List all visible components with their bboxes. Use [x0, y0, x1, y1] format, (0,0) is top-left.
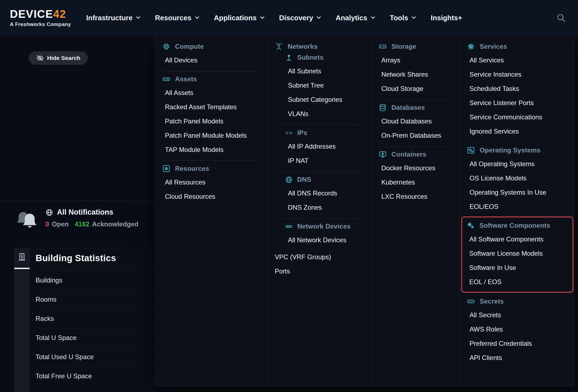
menu-item-service-communications[interactable]: Service Communications	[467, 110, 569, 124]
stat-row-total-used-u-space[interactable]: Total Used U Space	[36, 347, 156, 366]
hide-search-button[interactable]: Hide Search	[29, 51, 88, 65]
menu-section-dns: DNSAll DNS RecordsDNS Zones	[285, 175, 366, 215]
nav-tools[interactable]: Tools	[390, 14, 415, 22]
menu-item-network-shares[interactable]: Network Shares	[379, 67, 454, 82]
menu-item-operating-systems-in-use[interactable]: Operating Systems In Use	[467, 185, 569, 200]
menu-item-subnet-tree[interactable]: Subnet Tree	[285, 78, 366, 93]
menu-item-scheduled-tasks[interactable]: Scheduled Tasks	[467, 82, 569, 96]
menu-item-api-clients[interactable]: API Clients	[467, 351, 569, 365]
menu-item-ports[interactable]: Ports	[275, 264, 366, 278]
operating-systems-icon	[467, 146, 475, 154]
menu-header-operating-systems: Operating Systems	[467, 146, 569, 155]
building-icon[interactable]	[18, 252, 26, 261]
menu-item-ip-nat[interactable]: IP NAT	[285, 154, 366, 168]
section-title: Assets	[175, 75, 197, 83]
menu-item-kubernetes[interactable]: Kubernetes	[379, 175, 454, 189]
menu-item-eol-eos[interactable]: EOL/EOS	[467, 200, 569, 214]
panel-divider	[0, 201, 155, 201]
networks-icon	[275, 42, 283, 51]
menu-item-vlans[interactable]: VLANs	[285, 107, 366, 121]
chevron-down-icon	[195, 15, 199, 19]
menu-item-vpc-vrf-groups[interactable]: VPC (VRF Groups)	[275, 250, 366, 264]
menu-item-dns-zones[interactable]: DNS Zones	[285, 200, 366, 215]
menu-item-all-subnets[interactable]: All Subnets	[285, 64, 366, 78]
menu-item-software-license-models[interactable]: Software License Models	[467, 246, 569, 261]
building-statistics-rows: BuildingsRoomsRacksTotal U SpaceTotal Us…	[36, 270, 156, 385]
menu-item-all-secrets[interactable]: All Secrets	[467, 308, 569, 322]
nav-applications[interactable]: Applications	[214, 14, 264, 22]
notification-counts: 0Open4162Acknowledged	[45, 220, 138, 228]
menu-item-all-software-components[interactable]: All Software Components	[467, 232, 569, 246]
stat-row-rooms[interactable]: Rooms	[36, 290, 156, 309]
menu-section-subnets: SubnetsAll SubnetsSubnet TreeSubnet Cate…	[285, 53, 366, 121]
menu-section-storage: StorageArraysNetwork SharesCloud Storage	[379, 42, 454, 96]
menu-header-storage: Storage	[379, 42, 454, 51]
menu-item-arrays[interactable]: Arrays	[379, 53, 454, 67]
stat-row-buildings[interactable]: Buildings	[36, 270, 156, 290]
network-devices-icon	[285, 223, 293, 230]
nav-label: Analytics	[336, 14, 367, 22]
menu-item-docker-resources[interactable]: Docker Resources	[379, 161, 454, 175]
menu-item-all-resources[interactable]: All Resources	[162, 175, 262, 189]
nav-discovery[interactable]: Discovery	[279, 14, 320, 22]
nav-infrastructure[interactable]: Infrastructure	[86, 14, 140, 22]
menu-header-compute: Compute	[162, 42, 262, 51]
storage-icon	[379, 42, 387, 51]
menu-section-resources: ResourcesAll ResourcesCloud Resources	[162, 164, 262, 204]
menu-header-assets: Assets	[162, 75, 262, 83]
chevron-down-icon	[371, 15, 375, 19]
menu-item-software-in-use[interactable]: Software In Use	[467, 261, 569, 275]
nav-label: Discovery	[279, 14, 313, 22]
menu-item-all-operating-systems[interactable]: All Operating Systems	[467, 157, 569, 171]
menu-item-patch-panel-module-models[interactable]: Patch Panel Module Models	[162, 128, 262, 143]
menu-item-all-ip-addresses[interactable]: All IP Addresses	[285, 139, 366, 154]
menu-section-networks: Networks	[275, 42, 366, 51]
menu-item-preferred-credentials[interactable]: Preferred Credentials	[467, 336, 569, 351]
menu-item-on-prem-databases[interactable]: On-Prem Databases	[379, 128, 454, 143]
nav-insights[interactable]: Insights+	[431, 14, 462, 22]
menu-item-os-license-models[interactable]: OS License Models	[467, 171, 569, 185]
menu-item-all-services[interactable]: All Services	[467, 53, 569, 67]
active-tab-indicator	[14, 268, 30, 269]
section-title: Subnets	[297, 54, 324, 61]
menu-header-subnets: Subnets	[285, 53, 366, 62]
menu-item-all-dns-records[interactable]: All DNS Records	[285, 186, 366, 200]
menu-item-cloud-databases[interactable]: Cloud Databases	[379, 114, 454, 128]
search-icon[interactable]	[556, 13, 566, 23]
top-navigation: DEVICE42 A Freshworks Company Infrastruc…	[0, 0, 578, 36]
bell-icon	[15, 210, 38, 230]
menu-item-cloud-storage[interactable]: Cloud Storage	[379, 82, 454, 96]
menu-item-all-network-devices[interactable]: All Network Devices	[285, 233, 366, 247]
menu-item-racked-asset-templates[interactable]: Racked Asset Templates	[162, 100, 262, 114]
menu-item-tap-module-models[interactable]: TAP Module Models	[162, 143, 262, 157]
section-title: Operating Systems	[480, 146, 540, 154]
menu-item-subnet-categories[interactable]: Subnet Categories	[285, 93, 366, 107]
stat-row-total-free-u-space[interactable]: Total Free U Space	[36, 366, 156, 385]
menu-item-service-listener-ports[interactable]: Service Listener Ports	[467, 96, 569, 110]
nav-analytics[interactable]: Analytics	[336, 14, 374, 22]
notifications-summary[interactable]: All Notifications 0Open4162Acknowledged	[15, 208, 138, 230]
menu-section-network-devices: Network DevicesAll Network Devices	[285, 222, 366, 247]
section-divider	[162, 71, 257, 71]
stat-row-racks[interactable]: Racks	[36, 309, 156, 328]
device42-logo[interactable]: DEVICE42 A Freshworks Company	[10, 8, 71, 27]
menu-item-service-instances[interactable]: Service Instances	[467, 67, 569, 82]
section-title: Databases	[391, 104, 425, 111]
menu-item-ignored-services[interactable]: Ignored Services	[467, 124, 569, 139]
notifications-title: All Notifications	[45, 208, 138, 217]
menu-item-all-devices[interactable]: All Devices	[162, 53, 262, 67]
menu-item-all-assets[interactable]: All Assets	[162, 86, 262, 100]
menu-item-cloud-resources[interactable]: Cloud Resources	[162, 189, 262, 204]
databases-icon	[379, 103, 387, 112]
nav-resources[interactable]: Resources	[155, 14, 199, 22]
chevron-down-icon	[412, 15, 416, 19]
section-title: IPs	[297, 129, 307, 137]
panel-tab-strip	[14, 248, 30, 392]
stat-row-total-u-space[interactable]: Total U Space	[36, 328, 156, 347]
menu-item-eol-eos[interactable]: EOL / EOS	[467, 275, 569, 289]
building-statistics-panel: Building Statistics BuildingsRoomsRacksT…	[14, 248, 157, 392]
menu-item-lxc-resources[interactable]: LXC Resources	[379, 189, 454, 204]
menu-item-aws-roles[interactable]: AWS Roles	[467, 322, 569, 336]
section-title: Containers	[391, 151, 426, 158]
menu-item-patch-panel-models[interactable]: Patch Panel Models	[162, 114, 262, 128]
